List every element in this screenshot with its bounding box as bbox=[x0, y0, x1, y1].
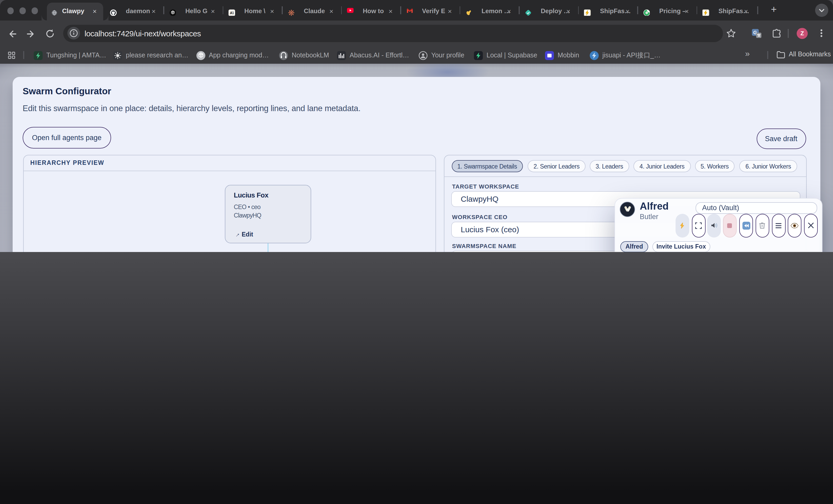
svg-text:A\: A\ bbox=[230, 10, 234, 15]
